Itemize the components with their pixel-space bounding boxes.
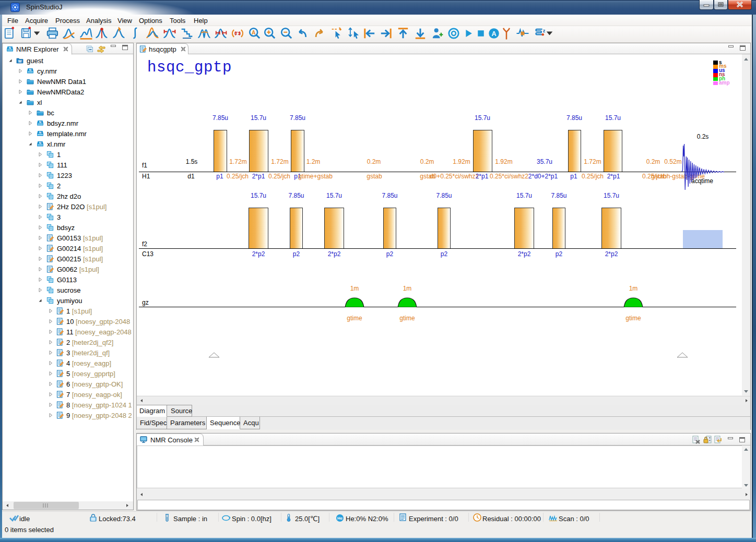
svg-text:A: A xyxy=(252,30,256,35)
svg-text:N: N xyxy=(9,46,11,50)
svg-text:N: N xyxy=(39,121,41,124)
svg-text:N: N xyxy=(29,68,31,71)
svg-text:N: N xyxy=(39,141,41,144)
svg-text:N: N xyxy=(39,131,41,134)
svg-text:w: w xyxy=(18,58,22,64)
svg-text:A: A xyxy=(491,30,496,38)
svg-text:T1: T1 xyxy=(235,31,241,36)
svg-text:He: He xyxy=(337,516,343,521)
